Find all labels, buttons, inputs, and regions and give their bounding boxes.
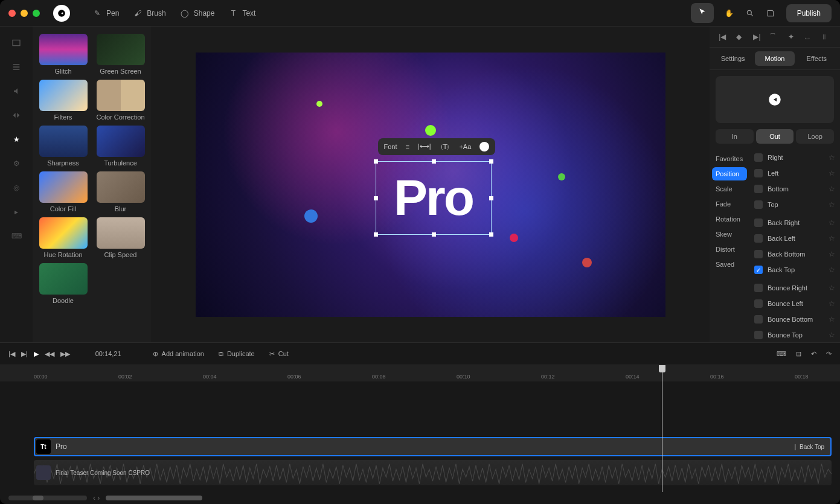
hand-tool-button[interactable]: ✋ [725, 8, 734, 18]
motion-bounce-left[interactable]: Bounce Left☆ [753, 297, 836, 310]
effect-clip-speed[interactable]: Clip Speed [95, 217, 146, 258]
maximize-window[interactable] [33, 10, 40, 17]
snap-icon[interactable]: ⊟ [796, 350, 801, 358]
favorite-star-icon[interactable]: ☆ [829, 185, 835, 193]
motion-bounce-bottom[interactable]: Bounce Bottom☆ [753, 313, 836, 326]
cut-button[interactable]: ✂Cut [269, 350, 289, 358]
play-button[interactable]: ▶ [34, 350, 39, 358]
keyboard-icon[interactable]: ⌨ [777, 350, 786, 358]
record-tab[interactable]: ◎ [11, 182, 22, 193]
motion-checkbox[interactable] [754, 169, 763, 177]
search-button[interactable] [745, 8, 755, 18]
motion-back-bottom[interactable]: Back Bottom☆ [753, 247, 836, 261]
audio-tab[interactable] [11, 86, 22, 97]
inspector-tab-settings[interactable]: Settings [713, 51, 752, 66]
add-animation-button[interactable]: ⊕Add animation [153, 350, 204, 358]
cursor-mode-button[interactable] [691, 3, 714, 23]
motion-back-top[interactable]: ✓Back Top☆ [753, 263, 836, 276]
io-tab-out[interactable]: Out [756, 129, 794, 144]
favorite-star-icon[interactable]: ☆ [829, 169, 835, 177]
io-tab-in[interactable]: In [716, 129, 754, 144]
favorite-star-icon[interactable]: ☆ [829, 266, 835, 274]
resize-handle-se[interactable] [489, 232, 493, 237]
canvas-text[interactable]: Pro [394, 168, 473, 227]
align-bottom-icon[interactable]: ⎵ [805, 33, 813, 41]
motion-top[interactable]: Top☆ [753, 198, 836, 211]
favorite-star-icon[interactable]: ☆ [829, 219, 835, 227]
resize-handle-w[interactable] [374, 196, 378, 200]
playhead-line[interactable] [662, 381, 662, 492]
motion-category-favorites[interactable]: Favorites [712, 152, 747, 165]
resize-handle-sw[interactable] [374, 232, 378, 237]
horizontal-scrollbar[interactable] [106, 496, 202, 500]
audio-clip[interactable]: Final Teaser Coming Soon CSPRO [34, 460, 832, 485]
video-canvas[interactable]: Font ≡ |⟷| ⟮T⟯ +Aa Pro [196, 53, 665, 317]
text-box-button[interactable]: ⟮T⟯ [440, 143, 451, 150]
time-ruler[interactable]: 00:0000:0200:0400:0600:0800:1000:1200:14… [0, 365, 840, 381]
motion-checkbox[interactable] [754, 234, 763, 243]
effect-turbulence[interactable]: Turbulence [95, 126, 146, 167]
motion-checkbox[interactable] [754, 153, 763, 162]
media-tab[interactable] [11, 37, 22, 48]
resize-handle-e[interactable] [489, 196, 493, 200]
motion-back-left[interactable]: Back Left☆ [753, 232, 836, 245]
favorite-star-icon[interactable]: ☆ [829, 315, 835, 324]
tracks-area[interactable]: Tt Pro |Back Top Final Teaser Coming Soo… [0, 381, 840, 492]
export-tab[interactable]: ▸ [11, 206, 22, 217]
brush-tool[interactable]: 🖌Brush [133, 9, 165, 18]
text-selection-box[interactable]: Pro [376, 161, 492, 235]
motion-checkbox[interactable] [754, 200, 763, 209]
keyboard-tab[interactable]: ⌨ [11, 231, 22, 241]
motion-checkbox[interactable]: ✓ [754, 266, 763, 274]
color-picker[interactable] [479, 142, 489, 152]
motion-bounce-top[interactable]: Bounce Top☆ [753, 328, 836, 342]
duplicate-button[interactable]: ⧉Duplicate [219, 350, 255, 358]
favorite-star-icon[interactable]: ☆ [829, 200, 835, 209]
inspector-tab-effects[interactable]: Effects [797, 51, 836, 66]
motion-back-right[interactable]: Back Right☆ [753, 216, 836, 229]
effect-color-correction[interactable]: Color Correction [95, 80, 146, 121]
text-clip[interactable]: Tt Pro |Back Top [34, 437, 832, 456]
motion-checkbox[interactable] [754, 219, 763, 227]
effect-filters[interactable]: Filters [37, 80, 89, 121]
effect-sharpness[interactable]: Sharpness [37, 126, 89, 167]
motion-category-saved[interactable]: Saved [712, 258, 747, 271]
transitions-tab[interactable] [11, 110, 22, 121]
distribute-icon[interactable]: ⫴ [822, 33, 831, 41]
motion-checkbox[interactable] [754, 315, 763, 324]
spacing-button[interactable]: |⟷| [418, 142, 431, 150]
motion-bottom[interactable]: Bottom☆ [753, 182, 836, 196]
motion-checkbox[interactable] [754, 185, 763, 193]
align-center-v-icon[interactable]: ✦ [788, 33, 797, 41]
favorite-star-icon[interactable]: ☆ [829, 284, 835, 292]
motion-checkbox[interactable] [754, 250, 763, 258]
settings-tab[interactable]: ⚙ [11, 158, 22, 169]
playhead[interactable] [662, 365, 662, 381]
favorite-star-icon[interactable]: ☆ [829, 234, 835, 243]
align-center-h-icon[interactable]: ◆ [736, 33, 745, 41]
motion-category-skew[interactable]: Skew [712, 228, 747, 241]
undo-button[interactable]: ↶ [811, 350, 816, 358]
motion-left[interactable]: Left☆ [753, 167, 836, 180]
motion-category-rotation[interactable]: Rotation [712, 212, 747, 226]
io-tab-loop[interactable]: Loop [796, 129, 834, 144]
motion-category-distort[interactable]: Distort [712, 243, 747, 256]
favorite-star-icon[interactable]: ☆ [829, 153, 835, 162]
font-picker[interactable]: Font [384, 143, 397, 150]
motion-right[interactable]: Right☆ [753, 151, 836, 164]
resize-handle-n[interactable] [432, 159, 436, 164]
text-effects-button[interactable]: +Aa [459, 143, 471, 150]
pen-tool[interactable]: ✎Pen [93, 9, 119, 18]
motion-checkbox[interactable] [754, 299, 763, 308]
effect-green-screen[interactable]: Green Screen [95, 34, 146, 75]
favorite-star-icon[interactable]: ☆ [829, 299, 835, 308]
align-top-icon[interactable]: ⎴ [771, 33, 779, 41]
effect-doodle[interactable]: Doodle [37, 263, 89, 304]
effect-glitch[interactable]: Glitch [37, 34, 89, 75]
go-start-button[interactable]: |◀ [8, 350, 15, 358]
align-left-icon[interactable]: |◀ [719, 33, 727, 41]
effect-blur[interactable]: Blur [95, 171, 146, 212]
save-button[interactable] [766, 8, 775, 18]
motion-checkbox[interactable] [754, 284, 763, 292]
forward-button[interactable]: ▶▶ [60, 350, 70, 358]
